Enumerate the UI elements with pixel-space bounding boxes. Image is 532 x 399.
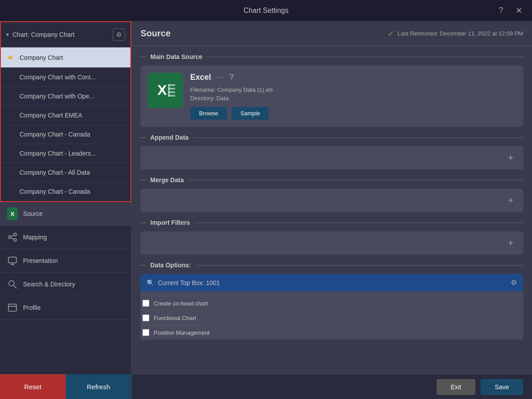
checkbox-functional[interactable] xyxy=(142,314,149,321)
nav-label-mapping: Mapping xyxy=(23,234,47,241)
chart-item-company-chart-leaders[interactable]: Company Chart - Leaders... xyxy=(1,144,130,163)
chart-item-company-chart-all[interactable]: Company Chart - All Data xyxy=(1,163,130,182)
import-filters-header[interactable]: + xyxy=(141,231,523,254)
section-header-filters: — Import Filters xyxy=(141,219,523,226)
nav-item-presentation[interactable]: Presentation xyxy=(0,249,131,273)
chart-item-label: Company Chart - Leaders... xyxy=(20,150,96,157)
source-dots-button[interactable]: ··· xyxy=(215,73,225,82)
nav-icon-profile xyxy=(7,302,18,313)
top-box-gear-button[interactable]: ⚙ xyxy=(511,278,517,287)
nav-icon-presentation xyxy=(7,255,18,266)
filters-plus-button[interactable]: + xyxy=(505,237,517,249)
source-filename: Filename: Company Data (1).xls xyxy=(190,86,516,93)
search-icon-sm: 🔍 xyxy=(147,279,154,286)
chart-item-label: Company Chart EMEA xyxy=(20,112,82,119)
bottom-bar: Exit Save xyxy=(132,374,532,399)
content-header: Source ✓ Last Refreshed: December 11, 20… xyxy=(132,21,532,46)
section-header-merge: — Merge Data xyxy=(141,176,523,184)
svg-rect-16 xyxy=(168,88,175,90)
refresh-button[interactable]: Refresh xyxy=(66,374,131,399)
section-header-main: — Main Data Source xyxy=(141,53,523,60)
checkbox-position-mgmt[interactable] xyxy=(142,329,149,336)
checkbox-row-functional: Functional Chart xyxy=(141,310,523,325)
mapping-icon xyxy=(8,232,17,242)
dash-icon: — xyxy=(141,54,146,60)
nav-icon-source: X xyxy=(7,208,18,219)
chart-item-label: Company Chart - Canada xyxy=(20,188,90,195)
close-button[interactable]: ✕ xyxy=(512,4,525,17)
nav-item-source[interactable]: XSource xyxy=(0,202,131,226)
help-button[interactable]: ? xyxy=(495,4,507,17)
top-box-text: Current Top Box: 1001 xyxy=(158,279,220,286)
last-refreshed: ✓ Last Refreshed: December 11, 2022 at 1… xyxy=(387,29,523,39)
svg-text:X: X xyxy=(157,82,167,98)
chevron-down-icon: ▾ xyxy=(6,31,9,38)
dash-icon-merge: — xyxy=(141,177,146,183)
section-divider xyxy=(207,57,523,57)
append-plus-button[interactable]: + xyxy=(505,152,517,164)
chart-item-label: Company Chart with Ope... xyxy=(20,93,94,100)
reset-button[interactable]: Reset xyxy=(0,374,66,399)
checkbox-row-position-mgmt: Position Management xyxy=(141,325,523,340)
content-title: Source xyxy=(141,28,171,39)
merge-plus-button[interactable]: + xyxy=(505,194,517,207)
append-data-section: — Append Data + xyxy=(141,134,523,169)
sidebar-nav: XSourceMappingPresentationSearch & Direc… xyxy=(0,202,131,374)
svg-point-2 xyxy=(14,239,16,241)
section-header-append: — Append Data xyxy=(141,134,523,141)
main-content: Source ✓ Last Refreshed: December 11, 20… xyxy=(132,21,532,399)
nav-item-search-directory[interactable]: Search & Directory xyxy=(0,273,131,296)
chart-item-company-chart[interactable]: ★Company Chart xyxy=(1,47,130,68)
checkbox-label-functional: Functional Chart xyxy=(154,315,196,321)
svg-rect-18 xyxy=(168,95,175,97)
main-data-source-label: Main Data Source xyxy=(150,53,202,60)
nav-label-search-directory: Search & Directory xyxy=(23,281,75,288)
save-button[interactable]: Save xyxy=(481,379,523,395)
nav-icon-search-directory xyxy=(7,279,18,289)
append-data-header[interactable]: + xyxy=(141,146,523,169)
svg-rect-5 xyxy=(8,257,16,263)
exit-button[interactable]: Exit xyxy=(437,379,475,395)
excel-nav-icon: X xyxy=(7,207,18,220)
chart-item-company-chart-ope[interactable]: Company Chart with Ope... xyxy=(1,87,130,106)
nav-icon-mapping xyxy=(7,232,18,243)
chart-gear-button[interactable]: ⚙ xyxy=(113,28,125,41)
nav-label-profile: Profile xyxy=(23,304,41,311)
dash-icon-append: — xyxy=(141,134,146,141)
nav-item-profile[interactable]: Profile xyxy=(0,296,131,320)
data-options-card: 🔍 Current Top Box: 1001 ⚙ Create co-head… xyxy=(141,274,523,340)
data-source-card: X Excel ··· ? xyxy=(141,66,523,127)
check-icon: ✓ xyxy=(387,29,394,39)
presentation-icon xyxy=(8,256,17,266)
last-refreshed-text: Last Refreshed: December 11, 2022 at 12:… xyxy=(398,30,523,37)
browse-button[interactable]: Browse xyxy=(190,107,227,120)
source-help-icon[interactable]: ? xyxy=(229,73,234,82)
svg-line-3 xyxy=(11,235,14,237)
section-line-options xyxy=(196,265,523,266)
svg-line-4 xyxy=(11,238,14,239)
nav-item-mapping[interactable]: Mapping xyxy=(0,226,131,249)
chart-item-label: Company Chart - Canada xyxy=(20,131,90,138)
top-box-bar[interactable]: 🔍 Current Top Box: 1001 ⚙ xyxy=(141,274,523,291)
data-options-label: Data Options: xyxy=(150,262,191,269)
svg-rect-17 xyxy=(168,91,175,93)
source-info: Excel ··· ? Filename: Company Data (1).x… xyxy=(190,73,516,120)
chart-item-label: Company Chart with Cont... xyxy=(20,74,96,81)
checkbox-co-head[interactable] xyxy=(142,300,149,307)
append-data-card: + xyxy=(141,146,523,169)
window-title: Chart Settings xyxy=(243,7,288,15)
sample-button[interactable]: Sample xyxy=(231,107,269,120)
import-filters-label: Import Filters xyxy=(150,219,190,226)
chart-header-label: Chart: Company Chart xyxy=(12,31,74,38)
top-box-left: 🔍 Current Top Box: 1001 xyxy=(147,279,220,286)
chart-item-label: Company Chart xyxy=(20,54,63,61)
chart-item-company-chart-emea[interactable]: Company Chart EMEA xyxy=(1,106,130,125)
chart-item-company-chart-cont[interactable]: Company Chart with Cont... xyxy=(1,68,130,87)
sidebar: ▾ Chart: Company Chart ⚙ ★Company Chart … xyxy=(0,21,132,399)
section-line-merge xyxy=(188,180,523,180)
chart-item-company-chart-canada[interactable]: Company Chart - Canada xyxy=(1,125,130,144)
svg-point-0 xyxy=(8,236,11,239)
svg-rect-14 xyxy=(168,84,170,97)
chart-item-company-chart-canada2[interactable]: Company Chart - Canada xyxy=(1,182,130,201)
merge-data-header[interactable]: + xyxy=(141,189,523,212)
